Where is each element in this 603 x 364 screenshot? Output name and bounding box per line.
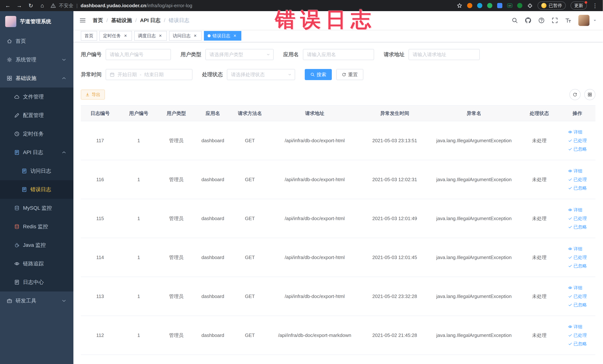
detail-link[interactable]: 详细 <box>568 246 582 252</box>
app-title: 芋道管理系统 <box>20 18 51 25</box>
detail-link[interactable]: 详细 <box>568 129 582 135</box>
sidebar-item-mysql-monitor[interactable]: MySQL 监控 <box>0 199 73 217</box>
close-icon[interactable]: × <box>232 33 238 39</box>
tab-schedule-log[interactable]: 调度日志× <box>134 31 167 41</box>
font-size-icon[interactable] <box>565 17 571 23</box>
chevron-down-icon <box>61 57 67 62</box>
detail-link[interactable]: 详细 <box>568 207 582 213</box>
close-icon[interactable]: × <box>158 33 163 39</box>
processed-link[interactable]: 已处理 <box>568 215 587 221</box>
tab-error-log[interactable]: 错误日志× <box>204 31 241 41</box>
chevron-down-icon <box>266 52 270 57</box>
reload-icon[interactable]: ↻ <box>27 2 34 9</box>
ignored-link[interactable]: 已忽略 <box>568 302 587 308</box>
close-icon[interactable]: × <box>192 33 198 39</box>
detail-link[interactable]: 详细 <box>568 324 582 330</box>
extension-icon-leaf[interactable] <box>517 3 522 8</box>
update-label: 更新 <box>574 3 583 9</box>
back-icon[interactable]: ← <box>4 2 11 9</box>
detail-link[interactable]: 详细 <box>568 168 582 174</box>
kebab-menu-icon[interactable]: ⋮ <box>592 2 598 9</box>
process-status-select[interactable]: 请选择处理状态 <box>227 69 295 80</box>
sidebar-item-file-management[interactable]: 文件管理 <box>0 88 73 106</box>
sidebar-item-access-log[interactable]: 访问日志 <box>0 162 73 180</box>
extensions-puzzle-icon[interactable] <box>527 3 533 8</box>
sidebar-item-api-log[interactable]: API 日志 <box>0 143 73 162</box>
processed-link[interactable]: 已处理 <box>568 332 587 338</box>
extension-icon-teal[interactable] <box>477 3 482 8</box>
ignored-link[interactable]: 已忽略 <box>568 146 587 152</box>
grid-icon <box>587 92 592 97</box>
request-url-input[interactable] <box>408 49 480 60</box>
end-date-placeholder: 结束日期 <box>144 71 164 78</box>
sidebar-item-link-tracing[interactable]: 链路追踪 <box>0 254 73 273</box>
sidebar-item-system[interactable]: 系统管理 <box>0 50 73 69</box>
extension-icon-green[interactable] <box>487 3 492 8</box>
search-icon[interactable] <box>512 17 518 23</box>
row-actions: 详细 已处理 已忽略 <box>568 285 587 308</box>
breadcrumb: 首页 / 基础设施 / API 日志 / 错误日志 <box>93 17 189 24</box>
tab-scheduled-tasks[interactable]: 定时任务× <box>99 31 132 41</box>
update-notification-dot <box>585 1 587 4</box>
home-icon[interactable]: ⌂ <box>39 2 46 9</box>
tab-access-log[interactable]: 访问日志× <box>169 31 202 41</box>
user-id-input[interactable] <box>106 49 171 60</box>
check-icon <box>568 341 572 346</box>
sidebar-item-dev-tools[interactable]: 研发工具 <box>0 292 73 310</box>
database-icon <box>14 205 20 211</box>
sidebar-item-infra[interactable]: 基础设施 <box>0 69 73 88</box>
col-request-url: 请求地址 <box>269 106 361 121</box>
sidebar-item-scheduled-tasks[interactable]: 定时任务 <box>0 125 73 143</box>
sidebar-menu: 首页 系统管理 基础设施 文件管理 配置管理 <box>0 32 73 310</box>
breadcrumb-item[interactable]: API 日志 <box>140 17 161 24</box>
address-bar[interactable]: 不安全 | dashboard.yudao.iocoder.cn/infra/l… <box>50 2 452 9</box>
processed-link[interactable]: 已处理 <box>568 176 587 182</box>
sidebar-item-log-center[interactable]: 日志中心 <box>0 273 73 292</box>
browser-update-button[interactable]: 更新 <box>570 1 587 10</box>
extension-icon-orange[interactable] <box>467 3 472 8</box>
eye-icon <box>568 130 572 134</box>
date-range-picker[interactable]: 开始日期 - 结束日期 <box>106 69 192 80</box>
search-button[interactable]: 搜索 <box>305 69 332 80</box>
table-row: 1141管理员dashboardGET/api/infra/db-doc/exp… <box>81 238 595 277</box>
detail-link[interactable]: 详细 <box>568 285 582 291</box>
ignored-link[interactable]: 已忽略 <box>568 341 587 347</box>
sidebar-item-home[interactable]: 首页 <box>0 32 73 50</box>
tab-home[interactable]: 首页 <box>81 31 97 41</box>
help-icon[interactable] <box>538 17 545 23</box>
sidebar-item-error-log[interactable]: 错误日志 <box>0 180 73 199</box>
ignored-link[interactable]: 已忽略 <box>568 185 587 191</box>
check-icon <box>568 216 572 221</box>
forward-icon[interactable]: → <box>16 2 23 9</box>
sidebar-item-config-management[interactable]: 配置管理 <box>0 106 73 125</box>
column-settings-button[interactable] <box>584 89 595 100</box>
fullscreen-icon[interactable] <box>552 17 558 23</box>
extension-on-badge[interactable]: on <box>507 3 512 8</box>
user-avatar[interactable] <box>578 15 590 26</box>
app-name-input[interactable] <box>303 49 374 60</box>
row-actions: 详细 已处理 已忽略 <box>568 168 587 191</box>
hamburger-icon[interactable] <box>79 17 86 24</box>
ignored-link[interactable]: 已忽略 <box>568 263 587 269</box>
close-icon[interactable]: × <box>123 33 128 39</box>
browser-chrome: ← → ↻ ⌂ 不安全 | dashboard.yudao.iocoder.cn… <box>0 0 603 11</box>
breadcrumb-item[interactable]: 基础设施 <box>111 17 132 24</box>
breadcrumb-item[interactable]: 首页 <box>93 17 103 24</box>
download-icon <box>85 92 90 97</box>
reset-button[interactable]: 重置 <box>336 69 363 80</box>
logo-area[interactable]: 芋道管理系统 <box>0 11 73 32</box>
processed-link[interactable]: 已处理 <box>568 138 587 143</box>
processed-link[interactable]: 已处理 <box>568 293 587 299</box>
extension-icon-blue-grid[interactable] <box>497 3 502 8</box>
processed-link[interactable]: 已处理 <box>568 254 587 260</box>
bookmark-star-icon[interactable] <box>457 3 462 8</box>
profile-paused-button[interactable]: 已暂停 <box>538 1 566 10</box>
sidebar-item-java-monitor[interactable]: Java 监控 <box>0 236 73 254</box>
github-icon[interactable] <box>525 17 531 23</box>
ignored-link[interactable]: 已忽略 <box>568 224 587 230</box>
refresh-table-button[interactable] <box>569 89 580 100</box>
sidebar-item-redis-monitor[interactable]: Redis 监控 <box>0 217 73 236</box>
user-type-select[interactable]: 请选择用户类型 <box>205 49 274 60</box>
caret-down-icon[interactable] <box>593 18 597 23</box>
export-button[interactable]: 导出 <box>81 90 105 100</box>
